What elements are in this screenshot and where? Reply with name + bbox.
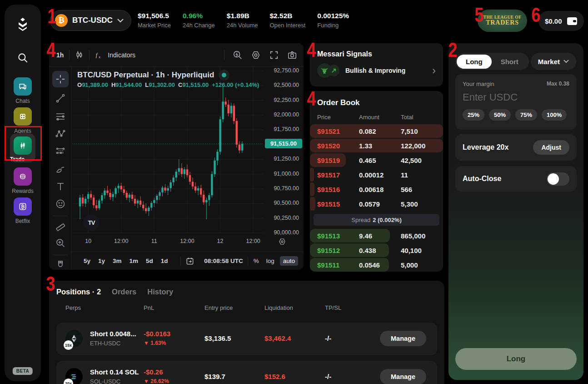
tab-positions[interactable]: Positions · 2 (56, 288, 101, 296)
axis-settings-icon[interactable] (278, 237, 286, 246)
ask-row[interactable]: $915201.33122,000 (310, 139, 443, 152)
quick-search-icon[interactable] (233, 50, 243, 60)
messari-signals-panel[interactable]: Messari Signals Bullish & Improving › (310, 43, 443, 86)
candlestick-chart (73, 67, 264, 235)
percent-75-button[interactable]: 75% (515, 109, 537, 121)
time-axis[interactable]: 1012:001112:001212:00 (73, 235, 264, 249)
margin-input[interactable]: Enter USDC (463, 91, 569, 103)
fx-icon[interactable]: fx (95, 51, 104, 59)
crosshair-tool[interactable] (52, 71, 69, 87)
range-5d[interactable]: 5d (146, 258, 153, 264)
text-tool[interactable] (55, 181, 66, 192)
svg-text:₿: ₿ (21, 204, 25, 209)
margin-card: Your margin Max 0.38 Enter USDC 25% 50% … (455, 74, 577, 130)
measure-tool[interactable] (55, 220, 66, 231)
margin-max[interactable]: Max 0.38 (547, 81, 569, 87)
stat-open-interest: $2.52BOpen Interest (269, 12, 305, 29)
forecast-tool[interactable] (55, 146, 66, 157)
rewards-icon (14, 167, 32, 186)
bid-row[interactable]: $915110.05465,000 (310, 258, 443, 272)
tab-orders[interactable]: Orders (112, 288, 136, 296)
tradingview-logo[interactable]: TV (83, 214, 100, 231)
wallet-icon (567, 17, 578, 25)
order-type-dropdown[interactable]: Market (531, 53, 576, 70)
auto-close-card: Auto-Close (455, 166, 577, 192)
auto-scale-button[interactable]: auto (280, 256, 298, 266)
positions-headers: Perps PnL Entry price Liquidation TP/SL (49, 304, 444, 313)
magnet-tool[interactable] (55, 259, 66, 270)
interval-button[interactable]: 1h (56, 51, 64, 59)
range-1m[interactable]: 1m (130, 258, 139, 264)
spread-row: Spread2 (0.002%) (314, 214, 439, 226)
agents-icon (14, 107, 32, 126)
emoji-tool[interactable] (55, 198, 66, 209)
chart-settings-icon[interactable] (251, 50, 261, 60)
percent-50-button[interactable]: 50% (489, 109, 511, 121)
percent-scale-button[interactable]: % (254, 258, 259, 264)
candle-style-icon[interactable] (75, 51, 84, 59)
range-5y[interactable]: 5y (84, 258, 90, 264)
leverage-label: Leverage 20x (463, 143, 508, 152)
ask-row[interactable]: $915150.05795,300 (310, 197, 443, 211)
bid-row[interactable]: $915139.46865,000 (310, 229, 443, 243)
range-3m[interactable]: 3m (113, 258, 122, 264)
price-axis-label: 91,750.00 (274, 126, 299, 132)
pattern-tool[interactable] (55, 128, 66, 139)
tab-history[interactable]: History (147, 288, 173, 296)
go-to-date-icon[interactable] (185, 257, 194, 266)
wallet-button[interactable]: $0.00 (538, 11, 584, 31)
manage-button[interactable]: Manage (380, 369, 426, 384)
indicators-button[interactable]: Indicators (108, 51, 135, 59)
search-icon[interactable] (5, 52, 41, 64)
percent-100-button[interactable]: 100% (542, 109, 567, 121)
chevron-down-icon (117, 19, 124, 23)
annotation-box-trade (5, 126, 42, 161)
order-entry-panel: Long Short Market Your margin Max 0.38 E… (448, 43, 583, 380)
margin-label: Your margin (463, 81, 494, 87)
sidebar-item-rewards[interactable]: Rewards (5, 167, 41, 194)
pair-selector[interactable]: ₿ BTC-USDC (50, 10, 131, 31)
sidebar-item-betflix[interactable]: ₿ Betflix (5, 197, 41, 224)
fib-retracement-tool[interactable] (55, 111, 66, 122)
chevron-right-icon[interactable]: › (432, 66, 436, 75)
percent-25-button[interactable]: 25% (463, 109, 484, 121)
chart-symbol-title[interactable]: BTC/USD Perpetual · 1h · Hyperliquid (77, 70, 229, 81)
session-clock[interactable]: 08:08:58 UTC (204, 258, 243, 264)
ask-row[interactable]: $915190.46542,500 (310, 153, 443, 167)
sidebar-item-chats[interactable]: Chats (5, 77, 41, 104)
ask-row[interactable]: $915210.0827,510 (310, 124, 443, 138)
range-1y[interactable]: 1y (98, 258, 105, 264)
league-of-traders-badge[interactable]: THE LEAGUE OF TRADERS (478, 10, 527, 32)
zoom-in-tool[interactable] (55, 237, 66, 248)
messari-signal-text: Bullish & Improving (345, 67, 405, 74)
stat-funding: 0.00125%Funding (317, 12, 349, 29)
ask-row[interactable]: $915170.0001211 (310, 168, 443, 182)
submit-long-button[interactable]: Long (455, 348, 577, 370)
price-axis-label: 90,750.00 (274, 185, 299, 192)
tab-short[interactable]: Short (492, 55, 528, 69)
price-axis-label: 92,000.00 (274, 111, 299, 118)
beta-badge: BETA (13, 367, 33, 375)
bitcoin-icon: ₿ (55, 14, 68, 27)
app-logo-icon[interactable] (5, 17, 41, 31)
current-price-label: 91,515.00 (265, 139, 302, 148)
price-axis-label: 92,500.00 (274, 82, 299, 88)
bid-row[interactable]: $915120.43840,100 (310, 243, 443, 257)
auto-close-toggle[interactable] (547, 172, 569, 186)
live-status-icon (219, 70, 229, 81)
tab-long[interactable]: Long (457, 55, 492, 69)
log-scale-button[interactable]: log (266, 258, 274, 264)
price-axis[interactable]: 91,515.00 92,750.0092,500.0092,250.0092,… (264, 43, 304, 270)
adjust-leverage-button[interactable]: Adjust (533, 140, 569, 155)
price-axis-label: 90,000.00 (274, 229, 299, 236)
chart-plot-area[interactable] (73, 67, 264, 235)
ask-row[interactable]: $915160.00618566 (310, 182, 443, 196)
messari-signal-row[interactable]: Bullish & Improving › (317, 63, 436, 78)
annotation-4-orderbook: 4 (307, 89, 316, 109)
manage-button[interactable]: Manage (380, 331, 426, 346)
brush-tool[interactable] (55, 164, 66, 175)
drawing-tools-column (49, 67, 72, 270)
annotation-5: 5 (474, 5, 483, 25)
trend-line-tool[interactable] (55, 93, 66, 104)
range-1d[interactable]: 1d (161, 258, 168, 264)
